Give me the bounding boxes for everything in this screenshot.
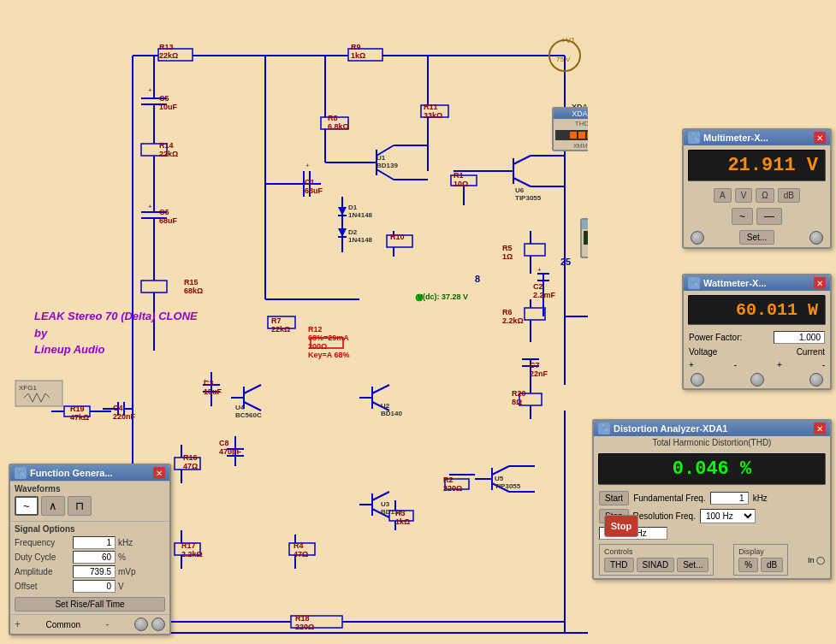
funcgen-offset-row: Offset V: [15, 580, 165, 593]
distortion-display-group: Display % dB: [733, 544, 788, 576]
wattmeter-voltage-header: Voltage: [689, 347, 717, 357]
wattmeter-knob2[interactable]: [750, 373, 764, 387]
c4-label: C4220nF: [113, 404, 135, 421]
wattmeter-icon: 🔧: [688, 277, 700, 289]
funcgen-bottom: + Common -: [10, 614, 169, 634]
mm-ac-button[interactable]: ~: [732, 208, 753, 225]
distortion-close-button[interactable]: ✕: [814, 422, 826, 434]
u5-label: U5TIP3055: [495, 475, 520, 490]
d2-label: D21N4148: [348, 228, 372, 244]
c7-label: C722nF: [530, 361, 548, 378]
r16-label: R1647Ω: [183, 453, 198, 470]
funcgen-offset-input[interactable]: [73, 580, 116, 593]
multimeter-knob-left[interactable]: [691, 231, 704, 245]
distortion-pct-button[interactable]: %: [738, 558, 758, 572]
distortion-thd-button[interactable]: THD: [604, 558, 634, 572]
r19-label: R1947kΩ: [70, 405, 89, 422]
svg-rect-21: [141, 281, 167, 292]
mm-ohm-button[interactable]: Ω: [756, 188, 774, 203]
c5-label: C510uF: [159, 94, 177, 111]
svg-line-57: [513, 178, 531, 186]
distortion-start-button[interactable]: Start: [599, 491, 629, 505]
r20-label: R208Ω: [512, 389, 526, 406]
distortion-window: 🔧 Distortion Analyzer-XDA1 ✕ Total Harmo…: [592, 419, 832, 580]
wattmeter-pf-input[interactable]: [774, 331, 825, 344]
wattmeter-window: 🔧 Wattmeter-X... ✕ 60.011 W Power Factor…: [682, 274, 832, 390]
right-panel: 🔧 Multimeter-X... ✕ 21.911 V A V Ω dB ~ …: [588, 0, 836, 644]
u3-label: U3BD139: [381, 500, 402, 516]
svg-text:+V1: +V1: [561, 36, 575, 44]
r8-label: R86.8kΩ: [328, 114, 349, 131]
funcgen-knobs: [134, 617, 165, 631]
funcgen-amp-input[interactable]: [73, 565, 116, 578]
distortion-set-button[interactable]: Set...: [677, 558, 709, 572]
wattmeter-pm-row: + - + -: [684, 358, 830, 371]
svg-line-75: [244, 385, 261, 393]
r10-label: R10: [390, 233, 405, 241]
stop-button[interactable]: Stop: [604, 515, 638, 537]
funcgen-tri-button[interactable]: ∧: [41, 496, 65, 516]
distortion-sinad-button[interactable]: SINAD: [637, 558, 675, 572]
funcgen-duty-unit: %: [118, 552, 144, 562]
wattmeter-v-plus: +: [689, 360, 694, 369]
wattmeter-v-minus: -: [734, 360, 737, 369]
wattmeter-knobs: [684, 371, 830, 388]
multimeter-knob-right[interactable]: [809, 231, 823, 245]
funcgen-freq-unit: kHz: [118, 538, 144, 547]
r2-label: R2220Ω: [443, 476, 462, 493]
multimeter-close-button[interactable]: ✕: [814, 132, 826, 144]
funcgen-wave-buttons: ~ ∧ ⊓: [15, 496, 165, 516]
distortion-icon: 🔧: [598, 422, 610, 434]
stop-button-label: Stop: [611, 521, 631, 531]
svg-line-56: [513, 156, 531, 164]
funcgen-rise-fall-button[interactable]: Set Rise/Fall Time: [15, 597, 165, 612]
mm-v-button[interactable]: V: [735, 188, 753, 203]
multimeter-window: 🔧 Multimeter-X... ✕ 21.911 V A V Ω dB ~ …: [682, 128, 832, 249]
funcgen-sine-button[interactable]: ~: [15, 496, 39, 516]
function-generator-window: 🔧 Function Genera... ✕ Waveforms ~ ∧ ⊓ S…: [9, 464, 171, 635]
distortion-res-label: Resolution Freq.: [633, 511, 696, 521]
funcgen-square-button[interactable]: ⊓: [68, 496, 92, 516]
funcgen-offset-unit: V: [118, 582, 144, 591]
svg-rect-63: [525, 308, 545, 320]
funcgen-plus-terminal: +: [15, 618, 21, 630]
distortion-start-row: Start Fundamental Freq. kHz: [594, 489, 830, 507]
funcgen-knob-right[interactable]: [151, 617, 165, 631]
xda1-led2: [578, 132, 585, 139]
r7-label: R722kΩ: [271, 316, 290, 334]
r9-label: R91kΩ: [351, 43, 365, 60]
funcgen-knob-left[interactable]: [134, 617, 148, 631]
funcgen-common-label: Common: [45, 620, 80, 629]
distortion-res-select[interactable]: 100 Hz 10 Hz 1 Hz: [700, 509, 756, 523]
u4-label: U4BC560C: [235, 404, 262, 419]
mm-dc-button[interactable]: —: [756, 208, 782, 225]
distortion-db-button[interactable]: dB: [761, 558, 783, 572]
distortion-display-label: Display: [738, 547, 783, 556]
svg-marker-47: [338, 228, 347, 237]
svg-rect-61: [525, 244, 545, 256]
wattmeter-knob3[interactable]: [809, 373, 823, 387]
funcgen-duty-input[interactable]: [73, 551, 116, 564]
svg-marker-45: [338, 207, 347, 216]
mm-set-button[interactable]: Set...: [739, 230, 774, 245]
distortion-title-left: 🔧 Distortion Analyzer-XDA1: [598, 422, 727, 434]
xda1-led1: [570, 132, 577, 139]
multimeter-titlebar: 🔧 Multimeter-X... ✕: [684, 130, 830, 145]
r13-label: R1322kΩ: [159, 43, 178, 60]
distortion-display-buttons: % dB: [738, 558, 783, 572]
wattmeter-knob1[interactable]: [691, 373, 704, 387]
mm-a-button[interactable]: A: [714, 188, 732, 203]
funcgen-icon: 🔧: [15, 467, 27, 479]
svg-line-98: [492, 466, 509, 475]
svg-line-94: [372, 492, 389, 500]
c8-label: C8470pF: [219, 439, 241, 456]
distortion-controls-label: Controls: [604, 547, 709, 556]
funcgen-close-button[interactable]: ✕: [153, 467, 165, 479]
mm-db-button[interactable]: dB: [778, 188, 800, 203]
r15-label: R1568kΩ: [184, 278, 203, 295]
distortion-fund-input[interactable]: [710, 492, 749, 505]
wattmeter-c-minus: -: [822, 360, 825, 369]
distortion-fund-unit: kHz: [753, 493, 768, 503]
wattmeter-close-button[interactable]: ✕: [814, 277, 826, 289]
funcgen-freq-input[interactable]: [73, 536, 116, 549]
